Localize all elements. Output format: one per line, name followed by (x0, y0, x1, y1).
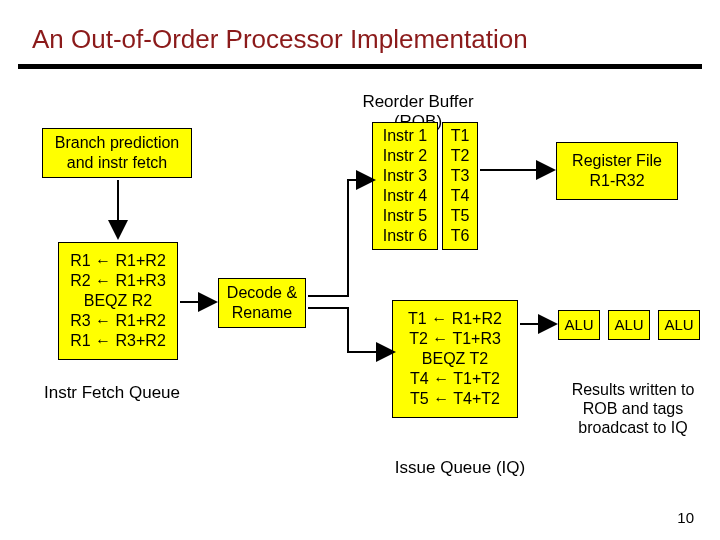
arrow-decode-to-rob (308, 120, 378, 302)
iq-code-line: BEQZ T2 (422, 349, 488, 369)
arrow-rob-to-rf (480, 164, 558, 176)
fetch-code-line: R1 ← R3+R2 (70, 331, 166, 351)
alu-text: ALU (614, 316, 643, 335)
iq-code-line: T4 ← T1+T2 (410, 369, 500, 389)
fetch-code-box: R1 ← R1+R2 R2 ← R1+R3 BEQZ R2 R3 ← R1+R2… (58, 242, 178, 360)
arrow-decode-to-iq (308, 302, 398, 364)
branch-predict-box: Branch prediction and instr fetch (42, 128, 192, 178)
rob-instr-box: Instr 1 Instr 2 Instr 3 Instr 4 Instr 5 … (372, 122, 438, 250)
rob-instr-line: Instr 3 (383, 166, 427, 186)
results-label: Results written to ROB and tags broadcas… (558, 380, 708, 438)
fetch-code-line: R1 ← R1+R2 (70, 251, 166, 271)
slide-title: An Out-of-Order Processor Implementation (32, 24, 528, 55)
iq-code-line: T1 ← R1+R2 (408, 309, 502, 329)
rob-instr-line: Instr 2 (383, 146, 427, 166)
decode-text: Decode & Rename (219, 283, 305, 323)
alu-text: ALU (564, 316, 593, 335)
rob-instr-line: Instr 1 (383, 126, 427, 146)
issue-queue-box: T1 ← R1+R2 T2 ← T1+R3 BEQZ T2 T4 ← T1+T2… (392, 300, 518, 418)
rob-instr-line: Instr 4 (383, 186, 427, 206)
page-number: 10 (677, 509, 694, 526)
rob-tag-line: T3 (451, 166, 470, 186)
arrow-iq-to-alu (520, 318, 560, 330)
alu-box: ALU (608, 310, 650, 340)
rob-tag-line: T6 (451, 226, 470, 246)
register-file-box: Register File R1-R32 (556, 142, 678, 200)
arrow-code-to-decode (180, 296, 220, 308)
rob-tag-line: T1 (451, 126, 470, 146)
fetch-code-line: R2 ← R1+R3 (70, 271, 166, 291)
arrow-bp-to-code (108, 180, 128, 242)
alu-box: ALU (558, 310, 600, 340)
title-rule (18, 64, 702, 69)
branch-predict-text: Branch prediction and instr fetch (43, 133, 191, 173)
alu-box: ALU (658, 310, 700, 340)
iq-code-line: T2 ← T1+R3 (409, 329, 501, 349)
decode-box: Decode & Rename (218, 278, 306, 328)
rob-instr-line: Instr 6 (383, 226, 427, 246)
rob-tag-line: T4 (451, 186, 470, 206)
rob-instr-line: Instr 5 (383, 206, 427, 226)
fetch-code-line: BEQZ R2 (84, 291, 152, 311)
rob-tag-box: T1 T2 T3 T4 T5 T6 (442, 122, 478, 250)
alu-text: ALU (664, 316, 693, 335)
fetch-code-line: R3 ← R1+R2 (70, 311, 166, 331)
rob-tag-line: T5 (451, 206, 470, 226)
iq-label: Issue Queue (IQ) (380, 458, 540, 478)
rob-tag-line: T2 (451, 146, 470, 166)
fetchq-label: Instr Fetch Queue (32, 383, 192, 403)
register-file-text: Register File R1-R32 (557, 151, 677, 191)
iq-code-line: T5 ← T4+T2 (410, 389, 500, 409)
